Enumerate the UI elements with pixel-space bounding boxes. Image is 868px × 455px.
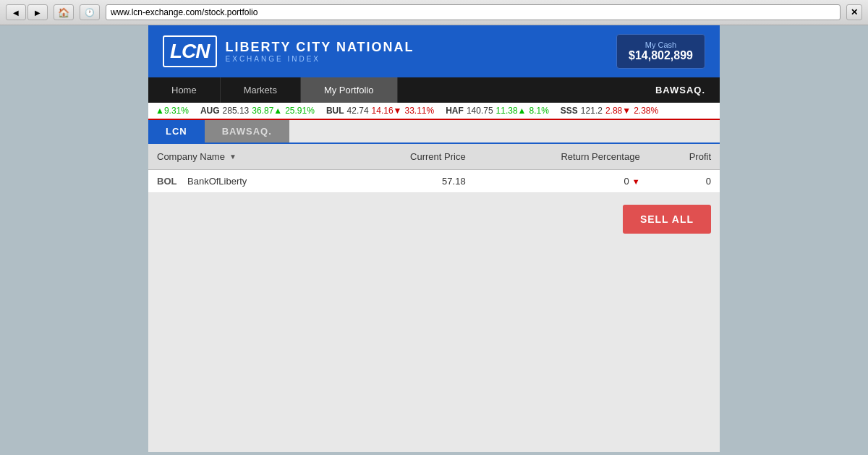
ticker-bar: ▲9.31% AUG 285.13 36.87▲ 25.91% BUL 42.7…	[148, 103, 720, 120]
ticker-haf: HAF 140.75 11.38▲ 8.1%	[446, 106, 549, 116]
history-button[interactable]: 🕐	[80, 4, 100, 20]
logo-box: LCN	[163, 35, 217, 67]
return-direction-icon: ▼	[632, 177, 640, 186]
nav-portfolio[interactable]: My Portfolio	[301, 77, 398, 103]
nav-markets[interactable]: Markets	[221, 77, 301, 103]
site-header: LCN LIBERTY CITY NATIONAL EXCHANGE INDEX…	[148, 25, 720, 77]
nav-bar: Home Markets My Portfolio BAWSAQ.	[148, 77, 720, 103]
cell-return: 0 ▼	[475, 170, 649, 193]
sell-all-button[interactable]: SELL ALL	[623, 205, 711, 234]
home-button[interactable]: 🏠	[54, 4, 74, 20]
logo-area: LCN LIBERTY CITY NATIONAL EXCHANGE INDEX	[163, 35, 414, 67]
nav-buttons: ◀ ▶	[6, 4, 48, 20]
back-button[interactable]: ◀	[6, 4, 26, 20]
portfolio-content: LCN BAWSAQ. Company Name ▼ Current Price	[148, 120, 720, 245]
portfolio-table: Company Name ▼ Current Price Return Perc…	[148, 144, 720, 193]
cell-company: BOL BankOfLiberty	[148, 170, 343, 193]
website-container: LCN LIBERTY CITY NATIONAL EXCHANGE INDEX…	[148, 25, 720, 452]
stock-name: BankOfLiberty	[187, 176, 247, 187]
cell-price: 57.18	[343, 170, 475, 193]
logo-title: LIBERTY CITY NATIONAL	[226, 40, 414, 55]
close-button[interactable]: ✕	[846, 4, 862, 20]
exchange-tabs: LCN BAWSAQ.	[148, 120, 720, 144]
header-profit: Profit	[649, 144, 720, 170]
table-body: BOL BankOfLiberty 57.18 0 ▼ 0	[148, 170, 720, 193]
browser-chrome: ◀ ▶ 🏠 🕐 www.lcn-exchange.com/stock.portf…	[0, 0, 868, 25]
cash-box: My Cash $14,802,899	[616, 34, 705, 69]
logo-lcn: LCN	[170, 40, 210, 63]
nav-home[interactable]: Home	[148, 77, 221, 103]
table-row: BOL BankOfLiberty 57.18 0 ▼ 0	[148, 170, 720, 193]
tab-lcn[interactable]: LCN	[148, 120, 205, 143]
address-bar[interactable]: www.lcn-exchange.com/stock.portfolio	[106, 4, 841, 20]
cash-amount: $14,802,899	[629, 49, 693, 62]
portfolio-table-wrapper: Company Name ▼ Current Price Return Perc…	[148, 144, 720, 193]
logo-text: LIBERTY CITY NATIONAL EXCHANGE INDEX	[226, 40, 414, 63]
return-value: 0	[624, 176, 629, 187]
sell-all-container: SELL ALL	[148, 193, 720, 245]
ticker-aug: AUG 285.13 36.87▲ 25.91%	[200, 106, 315, 116]
url-text: www.lcn-exchange.com/stock.portfolio	[111, 7, 258, 17]
header-price: Current Price	[343, 144, 475, 170]
logo-subtitle: EXCHANGE INDEX	[226, 55, 414, 63]
sort-icon: ▼	[229, 153, 237, 161]
stock-ticker: BOL	[157, 176, 179, 187]
header-company[interactable]: Company Name ▼	[148, 144, 343, 170]
forward-button[interactable]: ▶	[27, 4, 48, 20]
nav-bawsaq[interactable]: BAWSAQ.	[641, 77, 720, 103]
header-return: Return Percentage	[475, 144, 649, 170]
table-header: Company Name ▼ Current Price Return Perc…	[148, 144, 720, 170]
cash-label: My Cash	[629, 41, 693, 49]
ticker-bul: BUL 42.74 14.16▼ 33.11%	[326, 106, 434, 116]
ticker-pct: ▲9.31%	[156, 106, 189, 116]
cell-profit: 0	[649, 170, 720, 193]
tab-bawsaq[interactable]: BAWSAQ.	[205, 120, 289, 143]
ticker-sss: SSS 121.2 2.88▼ 2.38%	[561, 106, 658, 116]
